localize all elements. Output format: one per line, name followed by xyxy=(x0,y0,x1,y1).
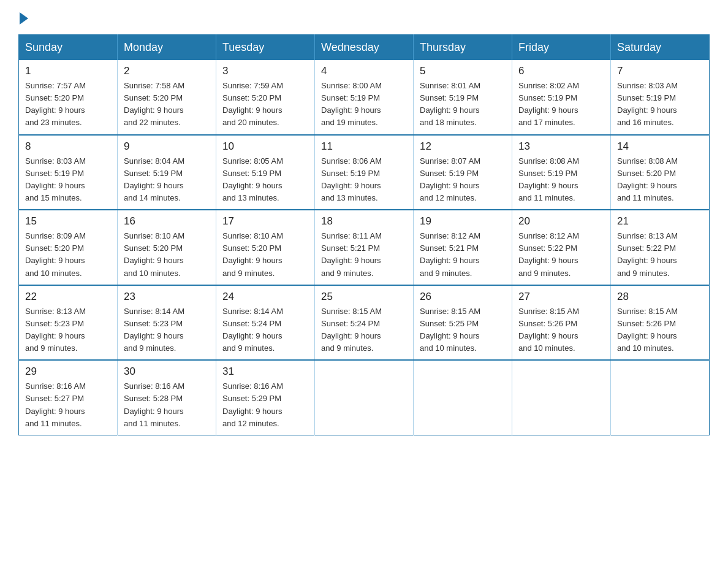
day-info: Sunrise: 8:16 AMSunset: 5:27 PMDaylight:… xyxy=(25,381,86,427)
calendar-cell: 8 Sunrise: 8:03 AMSunset: 5:19 PMDayligh… xyxy=(19,135,118,210)
day-number: 24 xyxy=(222,291,308,303)
calendar-cell: 14 Sunrise: 8:08 AMSunset: 5:20 PMDaylig… xyxy=(611,135,710,210)
calendar-cell: 2 Sunrise: 7:58 AMSunset: 5:20 PMDayligh… xyxy=(118,60,216,135)
column-header-friday: Friday xyxy=(512,35,611,61)
column-header-monday: Monday xyxy=(118,35,216,61)
day-number: 21 xyxy=(617,215,703,228)
calendar-cell xyxy=(512,360,611,435)
day-number: 11 xyxy=(321,140,407,153)
day-number: 6 xyxy=(518,65,604,77)
day-number: 26 xyxy=(420,291,506,303)
day-info: Sunrise: 8:09 AMSunset: 5:20 PMDaylight:… xyxy=(25,231,86,277)
column-header-sunday: Sunday xyxy=(19,35,118,61)
calendar-week-row: 8 Sunrise: 8:03 AMSunset: 5:19 PMDayligh… xyxy=(19,135,710,210)
calendar-cell: 15 Sunrise: 8:09 AMSunset: 5:20 PMDaylig… xyxy=(19,210,118,285)
calendar-cell: 13 Sunrise: 8:08 AMSunset: 5:19 PMDaylig… xyxy=(512,135,611,210)
day-number: 20 xyxy=(518,215,604,228)
day-number: 18 xyxy=(321,215,407,228)
day-info: Sunrise: 8:12 AMSunset: 5:22 PMDaylight:… xyxy=(518,231,579,277)
day-number: 31 xyxy=(222,366,308,378)
day-info: Sunrise: 8:15 AMSunset: 5:25 PMDaylight:… xyxy=(420,307,480,353)
day-info: Sunrise: 8:13 AMSunset: 5:22 PMDaylight:… xyxy=(617,231,678,277)
day-info: Sunrise: 8:14 AMSunset: 5:24 PMDaylight:… xyxy=(222,307,283,353)
calendar-cell: 12 Sunrise: 8:07 AMSunset: 5:19 PMDaylig… xyxy=(414,135,512,210)
day-info: Sunrise: 7:59 AMSunset: 5:20 PMDaylight:… xyxy=(222,81,283,127)
day-info: Sunrise: 8:04 AMSunset: 5:19 PMDaylight:… xyxy=(124,156,184,202)
calendar-cell: 24 Sunrise: 8:14 AMSunset: 5:24 PMDaylig… xyxy=(216,285,315,361)
page-header xyxy=(18,12,710,25)
day-info: Sunrise: 8:08 AMSunset: 5:19 PMDaylight:… xyxy=(518,156,579,202)
calendar-cell xyxy=(611,360,710,435)
day-number: 2 xyxy=(124,65,210,77)
day-number: 4 xyxy=(321,65,407,77)
day-info: Sunrise: 7:58 AMSunset: 5:20 PMDaylight:… xyxy=(124,81,184,127)
day-number: 12 xyxy=(420,140,506,153)
day-info: Sunrise: 8:07 AMSunset: 5:19 PMDaylight:… xyxy=(420,156,480,202)
day-number: 16 xyxy=(124,215,210,228)
day-number: 19 xyxy=(420,215,506,228)
calendar-cell xyxy=(315,360,414,435)
day-number: 8 xyxy=(25,140,111,153)
day-info: Sunrise: 8:01 AMSunset: 5:19 PMDaylight:… xyxy=(420,81,480,127)
day-info: Sunrise: 8:15 AMSunset: 5:26 PMDaylight:… xyxy=(617,307,678,353)
day-info: Sunrise: 8:02 AMSunset: 5:19 PMDaylight:… xyxy=(518,81,579,127)
calendar-cell: 27 Sunrise: 8:15 AMSunset: 5:26 PMDaylig… xyxy=(512,285,611,361)
day-number: 27 xyxy=(518,291,604,303)
day-number: 3 xyxy=(222,65,308,77)
calendar-cell: 31 Sunrise: 8:16 AMSunset: 5:29 PMDaylig… xyxy=(216,360,315,435)
calendar-week-row: 22 Sunrise: 8:13 AMSunset: 5:23 PMDaylig… xyxy=(19,285,710,361)
day-number: 23 xyxy=(124,291,210,303)
calendar-cell: 26 Sunrise: 8:15 AMSunset: 5:25 PMDaylig… xyxy=(414,285,512,361)
day-number: 1 xyxy=(25,65,111,77)
calendar-week-row: 29 Sunrise: 8:16 AMSunset: 5:27 PMDaylig… xyxy=(19,360,710,435)
day-number: 28 xyxy=(617,291,703,303)
calendar-cell: 22 Sunrise: 8:13 AMSunset: 5:23 PMDaylig… xyxy=(19,285,118,361)
day-info: Sunrise: 8:16 AMSunset: 5:28 PMDaylight:… xyxy=(124,381,184,427)
day-number: 5 xyxy=(420,65,506,77)
day-info: Sunrise: 8:05 AMSunset: 5:19 PMDaylight:… xyxy=(222,156,283,202)
calendar-cell: 7 Sunrise: 8:03 AMSunset: 5:19 PMDayligh… xyxy=(611,60,710,135)
logo xyxy=(18,12,29,25)
day-info: Sunrise: 8:12 AMSunset: 5:21 PMDaylight:… xyxy=(420,231,480,277)
calendar-cell xyxy=(414,360,512,435)
calendar-cell: 10 Sunrise: 8:05 AMSunset: 5:19 PMDaylig… xyxy=(216,135,315,210)
calendar-week-row: 15 Sunrise: 8:09 AMSunset: 5:20 PMDaylig… xyxy=(19,210,710,285)
calendar-cell: 4 Sunrise: 8:00 AMSunset: 5:19 PMDayligh… xyxy=(315,60,414,135)
calendar-cell: 6 Sunrise: 8:02 AMSunset: 5:19 PMDayligh… xyxy=(512,60,611,135)
day-info: Sunrise: 8:03 AMSunset: 5:19 PMDaylight:… xyxy=(617,81,678,127)
calendar-cell: 23 Sunrise: 8:14 AMSunset: 5:23 PMDaylig… xyxy=(118,285,216,361)
calendar-cell: 18 Sunrise: 8:11 AMSunset: 5:21 PMDaylig… xyxy=(315,210,414,285)
logo-triangle-icon xyxy=(20,12,28,25)
day-number: 30 xyxy=(124,366,210,378)
day-number: 13 xyxy=(518,140,604,153)
calendar-cell: 28 Sunrise: 8:15 AMSunset: 5:26 PMDaylig… xyxy=(611,285,710,361)
calendar-cell: 11 Sunrise: 8:06 AMSunset: 5:19 PMDaylig… xyxy=(315,135,414,210)
day-info: Sunrise: 8:08 AMSunset: 5:20 PMDaylight:… xyxy=(617,156,678,202)
calendar-cell: 3 Sunrise: 7:59 AMSunset: 5:20 PMDayligh… xyxy=(216,60,315,135)
calendar-cell: 9 Sunrise: 8:04 AMSunset: 5:19 PMDayligh… xyxy=(118,135,216,210)
calendar-cell: 16 Sunrise: 8:10 AMSunset: 5:20 PMDaylig… xyxy=(118,210,216,285)
column-header-tuesday: Tuesday xyxy=(216,35,315,61)
day-info: Sunrise: 8:15 AMSunset: 5:26 PMDaylight:… xyxy=(518,307,579,353)
calendar-header-row: SundayMondayTuesdayWednesdayThursdayFrid… xyxy=(19,35,710,61)
day-number: 29 xyxy=(25,366,111,378)
day-number: 14 xyxy=(617,140,703,153)
column-header-thursday: Thursday xyxy=(414,35,512,61)
column-header-wednesday: Wednesday xyxy=(315,35,414,61)
calendar-cell: 5 Sunrise: 8:01 AMSunset: 5:19 PMDayligh… xyxy=(414,60,512,135)
calendar-cell: 19 Sunrise: 8:12 AMSunset: 5:21 PMDaylig… xyxy=(414,210,512,285)
calendar-cell: 20 Sunrise: 8:12 AMSunset: 5:22 PMDaylig… xyxy=(512,210,611,285)
day-info: Sunrise: 8:03 AMSunset: 5:19 PMDaylight:… xyxy=(25,156,86,202)
calendar-week-row: 1 Sunrise: 7:57 AMSunset: 5:20 PMDayligh… xyxy=(19,60,710,135)
day-info: Sunrise: 8:11 AMSunset: 5:21 PMDaylight:… xyxy=(321,231,382,277)
day-number: 22 xyxy=(25,291,111,303)
day-number: 10 xyxy=(222,140,308,153)
day-info: Sunrise: 8:10 AMSunset: 5:20 PMDaylight:… xyxy=(124,231,184,277)
day-info: Sunrise: 8:13 AMSunset: 5:23 PMDaylight:… xyxy=(25,307,86,353)
day-number: 25 xyxy=(321,291,407,303)
day-number: 7 xyxy=(617,65,703,77)
calendar-cell: 25 Sunrise: 8:15 AMSunset: 5:24 PMDaylig… xyxy=(315,285,414,361)
calendar-cell: 30 Sunrise: 8:16 AMSunset: 5:28 PMDaylig… xyxy=(118,360,216,435)
calendar-cell: 17 Sunrise: 8:10 AMSunset: 5:20 PMDaylig… xyxy=(216,210,315,285)
day-info: Sunrise: 8:14 AMSunset: 5:23 PMDaylight:… xyxy=(124,307,184,353)
